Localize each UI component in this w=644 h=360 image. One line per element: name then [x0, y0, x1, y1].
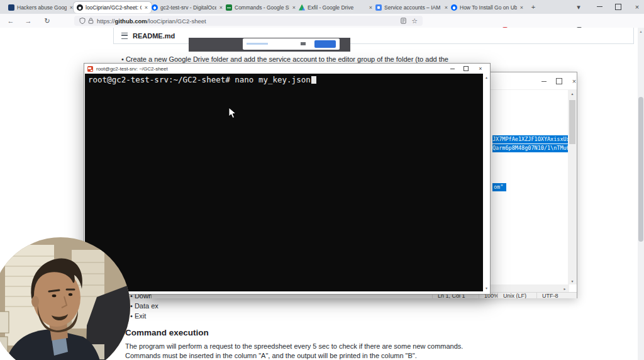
- bleepingcomputer-icon: [8, 4, 14, 11]
- close-icon: ×: [479, 65, 482, 72]
- selected-text-line[interactable]: JX7MPfAe1XZJF1OXYAxisxUxS3i+1m: [492, 135, 569, 143]
- restore-icon: [615, 4, 621, 10]
- gcp-console-icon: [375, 4, 382, 11]
- status-line-ending: Unix (LF): [497, 293, 536, 298]
- tab-close-icon[interactable]: ×: [519, 4, 524, 11]
- notepad-maximize-button[interactable]: [552, 72, 567, 90]
- terminal-command-text: root@gc2-test-srv:~/GC2-sheet# nano my_k…: [88, 75, 311, 84]
- readme-list-item: • Data ex: [130, 302, 158, 310]
- readme-list-item: • Exit: [130, 312, 146, 320]
- bullet-icon: •: [121, 55, 124, 63]
- terminal-title-bar[interactable]: root@gc2-test-srv: ~/GC2-sheet: [84, 64, 490, 74]
- tab-title: How To Install Go on Ubuntu 2: [460, 4, 517, 11]
- digitalocean-icon: [451, 4, 457, 11]
- tab-close-icon[interactable]: ×: [144, 4, 148, 11]
- selected-text-line[interactable]: Qarm6p8M48g07N10/1\nTMu6TPXxHQ: [492, 144, 569, 152]
- putty-icon: [87, 66, 93, 72]
- notepad-vscroll-thumb[interactable]: [569, 100, 575, 144]
- desktop-screenshot: Hackers abuse Google Comma × looCiprian/…: [0, 0, 644, 360]
- tracking-shield-icon[interactable]: [79, 18, 86, 24]
- tab-title: looCiprian/GC2-sheet: GC2 is a: [86, 4, 142, 11]
- minimize-icon: [450, 69, 455, 69]
- tab-title: gc2-test-srv - DigitalOcean: [160, 4, 216, 11]
- readme-title: README.md: [133, 32, 175, 40]
- notepad-close-button[interactable]: ×: [567, 72, 582, 90]
- bullet-icon: •: [130, 312, 133, 320]
- tab-hackers-abuse[interactable]: Hackers abuse Google Comma ×: [5, 1, 77, 13]
- scroll-down-icon[interactable]: ▾: [483, 286, 490, 290]
- tab-gcp-service-accounts[interactable]: Service accounts – IAM & Adm ×: [372, 1, 452, 13]
- embedded-link-stub: [247, 43, 268, 45]
- tab-google-drive[interactable]: Exfil - Google Drive ×: [296, 1, 376, 13]
- tab-title: Service accounts – IAM & Adm: [384, 4, 441, 11]
- minimize-icon: [597, 6, 602, 7]
- scroll-up-icon[interactable]: ▴: [483, 75, 490, 79]
- tab-install-go-ubuntu[interactable]: How To Install Go on Ubuntu 2 ×: [448, 1, 527, 13]
- url-host: github.com: [115, 18, 147, 25]
- window-close-button[interactable]: ×: [628, 0, 644, 13]
- selected-text-fragment[interactable]: om": [492, 183, 506, 191]
- notepad-minimize-button[interactable]: [536, 72, 552, 90]
- scroll-down-icon[interactable]: ▾: [568, 279, 577, 283]
- embedded-icon-stub: [301, 42, 306, 45]
- tab-title: Exfil - Google Drive: [308, 4, 366, 11]
- close-icon: ×: [635, 3, 639, 11]
- bookmark-star-icon[interactable]: ☆: [411, 17, 418, 25]
- github-icon: [77, 4, 83, 11]
- paragraph-line: The program will perform a request to th…: [125, 342, 463, 350]
- google-sheets-icon: [226, 4, 232, 11]
- terminal-minimize-button[interactable]: [445, 64, 459, 74]
- reader-mode-icon[interactable]: [401, 18, 406, 24]
- section-heading: Command execution: [125, 328, 209, 337]
- terminal-scrollbar[interactable]: ▴ ▾: [483, 74, 490, 291]
- outline-list-icon[interactable]: [121, 33, 128, 39]
- mouse-cursor: [228, 107, 236, 119]
- maximize-icon: [464, 66, 469, 71]
- terminal-close-button[interactable]: ×: [474, 64, 487, 74]
- terminal-maximize-button[interactable]: [459, 64, 473, 74]
- window-restore-button[interactable]: [609, 0, 628, 13]
- list-tabs-chevron-icon[interactable]: ▾: [572, 1, 585, 13]
- forward-button[interactable]: →: [23, 15, 34, 26]
- url-protocol: https://: [97, 18, 115, 25]
- terminal-screen[interactable]: root@gc2-test-srv:~/GC2-sheet# nano my_k…: [85, 74, 483, 291]
- google-drive-icon: [299, 4, 305, 11]
- browser-tab-bar: Hackers abuse Google Comma × looCiprian/…: [0, 0, 644, 14]
- window-minimize-button[interactable]: [590, 0, 609, 13]
- terminal-window-title: root@gc2-test-srv: ~/GC2-sheet: [96, 66, 168, 72]
- status-encoding: UTF-8: [536, 293, 577, 298]
- bullet-icon: •: [130, 302, 133, 310]
- tab-title: Commands - Google Sheets: [235, 4, 289, 11]
- close-icon: ×: [572, 77, 576, 85]
- tab-github-gc2-sheet[interactable]: looCiprian/GC2-sheet: GC2 is a ×: [73, 1, 152, 13]
- lock-icon[interactable]: [88, 18, 94, 24]
- browser-scrollbar-thumb[interactable]: [638, 97, 643, 242]
- readme-intro-item: • Create a new Google Drive folder and a…: [121, 55, 448, 63]
- tab-title: Hackers abuse Google Comma: [17, 4, 67, 11]
- back-button[interactable]: ←: [5, 15, 16, 26]
- embedded-dialog: [243, 38, 340, 50]
- list-item-text: Data ex: [135, 302, 158, 310]
- url-path: /looCiprian/GC2-sheet: [147, 18, 206, 25]
- tab-google-sheets[interactable]: Commands - Google Sheets ×: [223, 1, 299, 13]
- terminal-prompt: root@gc2-test-srv:~/GC2-sheet# nano my_k…: [88, 75, 316, 84]
- browser-scrollbar[interactable]: ▴: [638, 28, 644, 360]
- browser-toolbar: ← → ↻ https://github.com/looCiprian/GC2-…: [0, 14, 644, 28]
- embedded-blue-button: [314, 40, 336, 48]
- paragraph-line: Commands must be inserted in the column …: [125, 352, 417, 359]
- terminal-window: root@gc2-test-srv: ~/GC2-sheet × root@gc…: [84, 63, 491, 295]
- url-bar[interactable]: https://github.com/looCiprian/GC2-sheet …: [74, 16, 423, 26]
- notepad-vertical-scrollbar[interactable]: ▴ ▾: [568, 90, 577, 284]
- list-item-text: Exit: [135, 312, 146, 320]
- tab-digitalocean-droplet[interactable]: gc2-test-srv - DigitalOcean ×: [148, 1, 226, 13]
- readme-embedded-image: [189, 38, 350, 52]
- terminal-cursor: [311, 76, 316, 84]
- new-tab-button[interactable]: +: [527, 1, 540, 13]
- readme-intro-text: Create a new Google Drive folder and add…: [126, 55, 448, 63]
- scroll-right-icon[interactable]: ▸: [562, 286, 568, 291]
- digitalocean-icon: [152, 4, 158, 11]
- scroll-up-icon[interactable]: ▴: [568, 91, 577, 96]
- scroll-up-icon[interactable]: ▴: [638, 29, 644, 33]
- refresh-button[interactable]: ↻: [42, 15, 53, 26]
- maximize-icon: [556, 78, 562, 84]
